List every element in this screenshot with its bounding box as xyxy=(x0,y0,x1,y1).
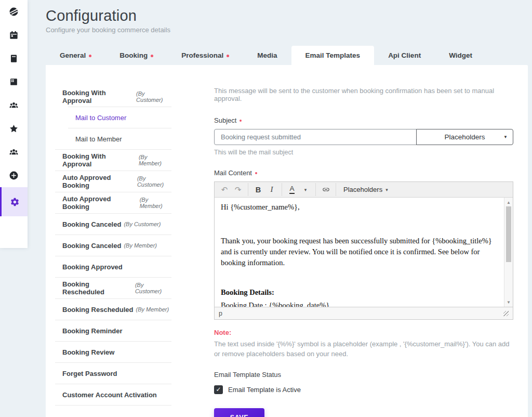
tab-widget[interactable]: Widget xyxy=(435,46,486,65)
config-tabs: General Booking Professional Media Email… xyxy=(46,46,532,65)
list-item-booking-with-approval-member[interactable]: Booking With Approval (By Member) xyxy=(55,150,171,171)
undo-icon[interactable]: ↶ xyxy=(218,184,231,196)
mail-paragraph: Booking Details: xyxy=(221,287,498,298)
tab-api-client[interactable]: Api Client xyxy=(374,46,435,65)
required-dot xyxy=(240,120,242,122)
page-subtitle: Configure your booking commerce details xyxy=(46,26,532,34)
list-item-forget-password[interactable]: Forget Password xyxy=(55,363,171,384)
cards-icon[interactable] xyxy=(0,70,28,94)
editor-toolbar: ↶ ↷ B I A ▾ xyxy=(215,182,513,198)
editor-placeholders-dropdown[interactable]: Placeholders ▾ xyxy=(339,184,392,196)
mail-content-editable[interactable]: Hi {%customer_name%}, Thank you, your bo… xyxy=(215,198,504,307)
element-path-label: p xyxy=(219,310,222,317)
calendar-icon[interactable] xyxy=(0,23,28,47)
checkbox-label: Email Template is Active xyxy=(228,386,301,394)
required-dot xyxy=(227,55,229,57)
list-item-auto-approved-customer[interactable]: Auto Approved Booking (By Customer) xyxy=(55,171,171,192)
mail-paragraph: Booking Date : {%booking_date%} xyxy=(221,300,498,307)
toolbar-divider xyxy=(248,183,248,196)
toolbar-divider xyxy=(315,183,316,196)
mail-paragraph: Hi {%customer_name%}, xyxy=(221,202,498,213)
dashboard-icon[interactable] xyxy=(0,0,28,23)
tab-professional[interactable]: Professional xyxy=(167,46,243,65)
required-dot xyxy=(89,55,91,57)
toolbar-divider xyxy=(282,183,282,196)
required-dot xyxy=(255,172,257,174)
settings-icon[interactable] xyxy=(0,187,28,216)
text-color-button[interactable]: A xyxy=(285,184,299,196)
italic-button[interactable]: I xyxy=(265,184,278,196)
notebook-icon[interactable] xyxy=(0,47,28,70)
scroll-up-icon[interactable]: ▲ xyxy=(504,199,513,206)
page-header: Configuration Configure your booking com… xyxy=(28,0,532,34)
list-item-booking-with-approval-customer[interactable]: Booking With Approval (By Customer) xyxy=(55,86,171,107)
editor-statusbar: p xyxy=(215,307,513,319)
mail-paragraph: Thank you, your booking request has been… xyxy=(221,236,498,268)
list-item-booking-rescheduled-member[interactable]: Booking Rescheduled (By Member) xyxy=(55,299,171,320)
resize-grip-icon[interactable] xyxy=(503,311,509,316)
editor-body: Hi {%customer_name%}, Thank you, your bo… xyxy=(215,198,513,307)
nav-rail xyxy=(0,0,28,248)
subject-row: Placeholders ▼ xyxy=(214,129,513,145)
add-icon[interactable] xyxy=(0,164,28,187)
list-item-booking-approved[interactable]: Booking Approved xyxy=(55,256,171,278)
chevron-down-icon: ▾ xyxy=(304,187,307,192)
save-button[interactable]: SAVE xyxy=(214,408,264,417)
content-card: Booking With Approval (By Customer) Mail… xyxy=(46,65,528,417)
list-item-booking-rescheduled-customer[interactable]: Booking Rescheduled (By Customer) xyxy=(55,278,171,299)
tab-email-templates[interactable]: Email Templates xyxy=(291,46,375,65)
page-title: Configuration xyxy=(46,7,532,24)
chevron-down-icon: ▼ xyxy=(503,135,508,139)
tab-booking[interactable]: Booking xyxy=(105,46,167,65)
scroll-down-icon[interactable]: ▼ xyxy=(504,298,513,306)
mail-content-label: Mail Content xyxy=(214,169,513,177)
chevron-down-icon: ▾ xyxy=(385,187,388,192)
subject-label: Subject xyxy=(214,116,513,124)
email-template-status-label: Email Template Status xyxy=(214,371,513,379)
checkbox-checked[interactable]: ✓ xyxy=(214,385,223,394)
list-item-customer-account-activation[interactable]: Customer Account Activation xyxy=(55,384,171,406)
note-text: The text used inside '{%%}' symbol is a … xyxy=(214,340,513,359)
subject-input[interactable] xyxy=(214,129,417,145)
check-icon: ✓ xyxy=(216,386,221,393)
email-template-active-row[interactable]: ✓ Email Template is Active xyxy=(214,385,513,394)
mail-paragraph xyxy=(221,215,498,233)
subject-help-text: This will be the mail subject xyxy=(214,149,513,156)
link-icon[interactable] xyxy=(319,184,332,196)
star-icon[interactable] xyxy=(0,117,28,140)
subject-placeholders-select[interactable]: Placeholders ▼ xyxy=(416,129,513,145)
customers-icon[interactable] xyxy=(0,140,28,164)
rich-text-editor: ↶ ↷ B I A ▾ xyxy=(214,181,513,320)
editor-scrollbar[interactable]: ▲ ▼ xyxy=(504,198,513,307)
list-item-mail-to-customer[interactable]: Mail to Customer xyxy=(55,107,171,128)
scrollbar-thumb[interactable] xyxy=(506,206,511,262)
note-title: Note: xyxy=(214,329,513,336)
required-dot xyxy=(151,55,153,57)
mail-paragraph xyxy=(221,270,498,285)
bold-button[interactable]: B xyxy=(251,184,265,196)
template-description: This message will be sent to the custome… xyxy=(214,87,513,102)
list-item-booking-canceled-customer[interactable]: Booking Canceled (By Customer) xyxy=(55,214,171,235)
template-list: Booking With Approval (By Customer) Mail… xyxy=(55,86,171,406)
list-item-auto-approved-member[interactable]: Auto Approved Booking (By Member) xyxy=(55,192,171,214)
list-item-booking-canceled-member[interactable]: Booking Canceled (By Member) xyxy=(55,235,171,256)
text-color-caret[interactable]: ▾ xyxy=(299,184,312,196)
list-item-mail-to-member[interactable]: Mail to Member xyxy=(55,128,171,150)
team-icon[interactable] xyxy=(0,94,28,117)
tab-media[interactable]: Media xyxy=(243,46,291,65)
toolbar-divider xyxy=(336,183,336,196)
redo-icon[interactable]: ↷ xyxy=(231,184,245,196)
list-item-booking-review[interactable]: Booking Review xyxy=(55,342,171,363)
tab-general[interactable]: General xyxy=(46,46,105,65)
template-editor-panel: This message will be sent to the custome… xyxy=(214,87,513,417)
list-item-booking-reminder[interactable]: Booking Reminder xyxy=(55,320,171,342)
